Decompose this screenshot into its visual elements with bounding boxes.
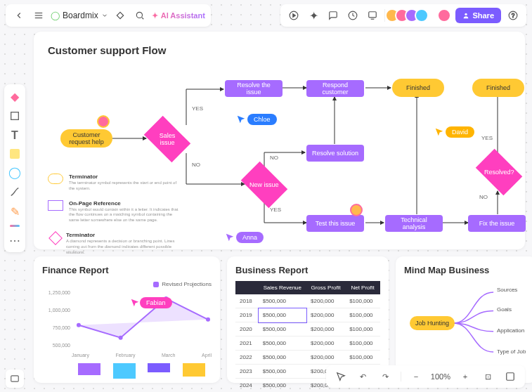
- mind-root[interactable]: Job Hunting: [410, 316, 455, 330]
- tag-button[interactable]: [112, 8, 128, 23]
- table-cell[interactable]: $500,000: [259, 294, 306, 308]
- collaborator-avatars[interactable]: [389, 8, 429, 22]
- search-button[interactable]: [132, 8, 148, 23]
- decision-icon: [48, 231, 63, 245]
- node-tech[interactable]: Technical analysis: [385, 215, 443, 232]
- fit-button[interactable]: ⊡: [480, 369, 495, 384]
- table-row[interactable]: 2020$500,000$200,000$100,000: [235, 322, 380, 337]
- table-row[interactable]: 2019$500,000$200,000$100,000: [235, 308, 380, 322]
- mindmap-card[interactable]: Mind Map Business Job Hunting Sources Go…: [396, 256, 532, 383]
- brand-dropdown[interactable]: ◯ Boardmix: [51, 11, 108, 20]
- left-toolbox: ◆ T ◯ ✎ ⋯: [4, 84, 25, 252]
- table-cell[interactable]: $200,000: [306, 322, 345, 337]
- table-cell[interactable]: $200,000: [306, 308, 345, 322]
- table-row[interactable]: 2018$500,000$200,000$100,000: [235, 294, 380, 308]
- menu-button[interactable]: [31, 8, 46, 23]
- node-finished1[interactable]: Finished: [392, 79, 444, 97]
- node-respond[interactable]: Respond customer: [306, 80, 364, 97]
- help-button[interactable]: ?: [505, 8, 521, 23]
- table-cell[interactable]: $200,000: [306, 294, 345, 308]
- share-button[interactable]: Share: [455, 8, 501, 23]
- table-row[interactable]: 2022$500,000$200,000$100,000: [235, 351, 380, 365]
- frame-tool[interactable]: [8, 110, 21, 122]
- svg-rect-13: [11, 112, 19, 120]
- avatar: [415, 8, 429, 22]
- table-cell[interactable]: 2021: [235, 337, 259, 351]
- back-button[interactable]: [11, 8, 27, 23]
- mindmap-title: Mind Map Business: [404, 265, 528, 275]
- text-tool[interactable]: T: [8, 129, 21, 142]
- flow-canvas[interactable]: Customer request help Sales issue YES NO…: [48, 65, 511, 247]
- node-resolved[interactable]: Resolved?: [476, 149, 522, 195]
- table-cell[interactable]: $100,000: [345, 308, 380, 322]
- history-button[interactable]: [345, 8, 361, 23]
- pointer-tool[interactable]: [333, 369, 349, 384]
- connector-tool[interactable]: [8, 185, 21, 198]
- redo-button[interactable]: ↷: [378, 369, 394, 384]
- more-dots-tool[interactable]: ⋯: [8, 234, 21, 247]
- finance-card[interactable]: Finance Report Revised Projections 1,250…: [34, 256, 220, 383]
- label-yes2: YES: [270, 207, 281, 213]
- table-cell[interactable]: 2019: [235, 308, 259, 322]
- feedback-button[interactable]: [6, 370, 24, 388]
- comment-button[interactable]: [325, 8, 341, 23]
- sparkle-button[interactable]: ✦: [306, 8, 321, 23]
- table-cell[interactable]: $200,000: [306, 337, 345, 351]
- user-avatar-marker: [97, 115, 110, 128]
- export-button[interactable]: [365, 8, 380, 23]
- table-cell[interactable]: $100,000: [345, 294, 380, 308]
- mindmap-canvas[interactable]: Job Hunting Sources Goals Application Ty…: [404, 281, 528, 365]
- business-card[interactable]: Business Report Sales RevenueGross Profi…: [227, 256, 389, 383]
- table-cell[interactable]: $500,000: [259, 308, 306, 322]
- shapes-tool[interactable]: ◆: [8, 90, 21, 103]
- table-cell[interactable]: $500,000: [259, 365, 306, 379]
- sparkle-icon: ✦: [152, 11, 158, 20]
- node-start[interactable]: Customer request help: [60, 129, 112, 148]
- svg-point-17: [206, 318, 210, 322]
- node-resolve-issue[interactable]: Resolve the issue: [225, 80, 283, 97]
- chevron-down-icon: [101, 12, 108, 19]
- table-cell[interactable]: 2024: [235, 379, 259, 393]
- zoom-in-button[interactable]: +: [458, 369, 473, 384]
- table-header: Gross Profit: [306, 281, 345, 294]
- zoom-level[interactable]: 100%: [431, 372, 450, 381]
- node-test[interactable]: Test this issue: [306, 215, 364, 232]
- table-cell[interactable]: $100,000: [345, 322, 380, 337]
- table-cell[interactable]: $500,000: [259, 322, 306, 337]
- table-cell[interactable]: $500,000: [259, 337, 306, 351]
- node-fix[interactable]: Fix the issue: [468, 215, 526, 232]
- flow-card[interactable]: Customer support Flow: [34, 32, 525, 249]
- play-button[interactable]: [286, 8, 301, 23]
- table-cell[interactable]: 2020: [235, 322, 259, 337]
- node-sales[interactable]: Sales issue: [144, 116, 190, 162]
- more-tool[interactable]: [10, 225, 20, 227]
- node-resolve-sol[interactable]: Resolve solution: [306, 145, 364, 162]
- undo-button[interactable]: ↶: [356, 369, 371, 384]
- pen-tool[interactable]: ✎: [8, 205, 21, 218]
- ai-assistant-button[interactable]: ✦ AI Assistant: [152, 11, 205, 20]
- mind-leaf[interactable]: Goals: [497, 306, 512, 313]
- table-cell[interactable]: 2022: [235, 351, 259, 365]
- table-cell[interactable]: $200,000: [306, 351, 345, 365]
- table-cell[interactable]: $500,000: [259, 351, 306, 365]
- node-finished2[interactable]: Finished: [472, 79, 524, 97]
- shapes2-tool[interactable]: ◯: [8, 166, 21, 178]
- mind-leaf[interactable]: Application: [497, 327, 524, 334]
- table-row[interactable]: 2021$500,000$200,000$100,000: [235, 337, 380, 351]
- brand-label: Boardmix: [63, 11, 98, 20]
- table-cell[interactable]: 2018: [235, 294, 259, 308]
- zoom-out-button[interactable]: −: [408, 369, 424, 384]
- legend-desc: A diamond represents a decision or branc…: [66, 239, 181, 255]
- node-new-issue[interactable]: New issue: [241, 162, 287, 208]
- table-cell[interactable]: $100,000: [345, 351, 380, 365]
- cursor-label: Fabian: [140, 297, 172, 308]
- sticky-tool[interactable]: [10, 149, 20, 159]
- table-cell[interactable]: $500,000: [259, 379, 306, 393]
- legend-title: Terminator: [66, 232, 181, 238]
- user-avatar[interactable]: [437, 8, 451, 22]
- mind-leaf[interactable]: Type of Job: [497, 348, 526, 355]
- minimap-button[interactable]: [502, 369, 518, 384]
- table-cell[interactable]: $100,000: [345, 337, 380, 351]
- table-cell[interactable]: 2023: [235, 365, 259, 379]
- mind-leaf[interactable]: Sources: [497, 287, 517, 293]
